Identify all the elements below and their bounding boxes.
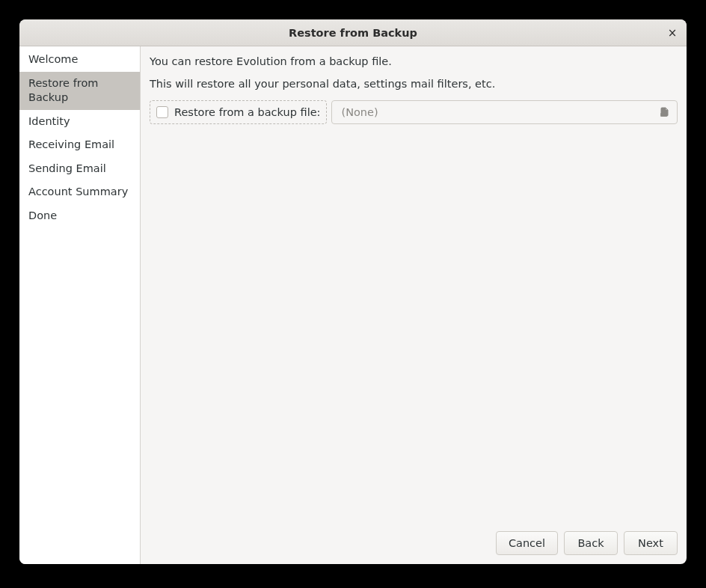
sidebar-item-sending-email[interactable]: Sending Email	[19, 157, 140, 181]
cancel-button[interactable]: Cancel	[496, 531, 558, 555]
button-row: Cancel Back Next	[150, 525, 678, 555]
sidebar-item-account-summary[interactable]: Account Summary	[19, 180, 140, 204]
restore-checkbox-label: Restore from a backup file:	[174, 106, 320, 118]
close-icon: ×	[668, 26, 678, 40]
close-button[interactable]: ×	[663, 23, 682, 43]
sidebar-item-label: Account Summary	[28, 186, 128, 197]
sidebar-item-label: Receiving Email	[28, 138, 114, 150]
dialog-window: Restore from Backup × Welcome Restore fr…	[19, 19, 687, 564]
restore-row: Restore from a backup file: (None)	[150, 100, 678, 124]
sidebar-item-receiving-email[interactable]: Receiving Email	[19, 133, 140, 157]
backup-file-chooser[interactable]: (None)	[331, 100, 678, 124]
button-label: Cancel	[509, 537, 545, 549]
dialog-body: Welcome Restore from Backup Identity Rec…	[19, 46, 687, 564]
description-line-1: You can restore Evolution from a backup …	[150, 55, 678, 67]
restore-checkbox-wrap[interactable]: Restore from a backup file:	[150, 100, 327, 124]
document-open-icon	[659, 106, 671, 118]
svg-rect-0	[660, 113, 667, 117]
sidebar-item-label: Done	[28, 209, 57, 221]
sidebar-item-restore-from-backup[interactable]: Restore from Backup	[19, 72, 140, 110]
backup-file-placeholder: (None)	[341, 106, 659, 118]
sidebar-item-label: Sending Email	[28, 162, 106, 174]
button-label: Back	[577, 537, 604, 549]
restore-checkbox[interactable]	[156, 106, 168, 118]
content-area: You can restore Evolution from a backup …	[150, 55, 678, 525]
sidebar-item-done[interactable]: Done	[19, 204, 140, 228]
sidebar-item-welcome[interactable]: Welcome	[19, 48, 140, 72]
description-line-2: This will restore all your personal data…	[150, 78, 678, 90]
sidebar-item-identity[interactable]: Identity	[19, 110, 140, 134]
title-bar: Restore from Backup ×	[19, 19, 687, 46]
sidebar: Welcome Restore from Backup Identity Rec…	[19, 46, 141, 564]
sidebar-item-label: Restore from Backup	[28, 77, 98, 104]
window-title: Restore from Backup	[289, 27, 417, 39]
main-panel: You can restore Evolution from a backup …	[141, 46, 687, 564]
sidebar-item-label: Welcome	[28, 53, 78, 65]
button-label: Next	[638, 537, 663, 549]
sidebar-item-label: Identity	[28, 115, 70, 127]
back-button[interactable]: Back	[564, 531, 618, 555]
next-button[interactable]: Next	[624, 531, 678, 555]
